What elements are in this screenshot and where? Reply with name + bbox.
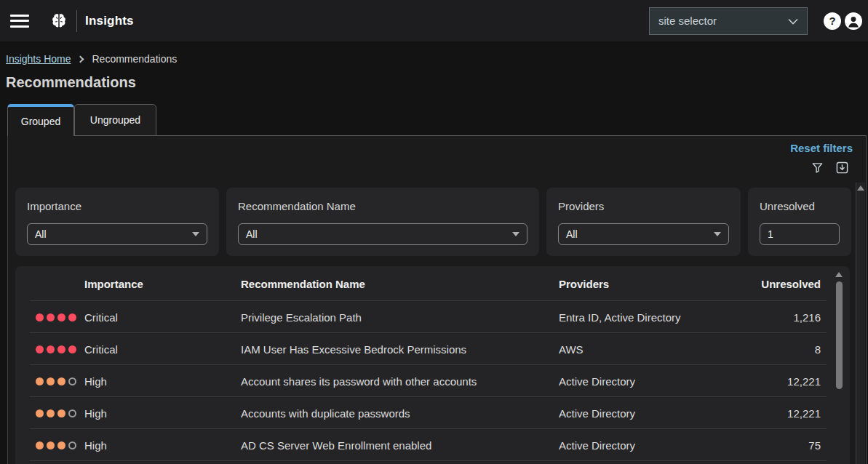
recommendation-name-select-value: All: [246, 228, 258, 240]
importance-dot: [36, 345, 44, 353]
cell-recommendation-name: IAM User Has Excessive Bedrock Permissio…: [241, 343, 559, 356]
providers-select-value: All: [566, 228, 578, 240]
tab-grouped[interactable]: Grouped: [7, 104, 74, 136]
col-header-importance: Importance: [84, 278, 241, 290]
table-row[interactable]: High Accounts with duplicate passwords A…: [15, 397, 850, 429]
recommendation-name-select[interactable]: All: [238, 223, 527, 245]
help-icon[interactable]: ?: [824, 12, 841, 30]
filters-row: Importance All Recommendation Name All P…: [15, 188, 851, 256]
cell-recommendation-name: Account shares its password with other a…: [241, 375, 559, 388]
filter-card-importance: Importance All: [15, 188, 219, 256]
scroll-up-arrow-icon[interactable]: [857, 185, 864, 191]
filter-label: Recommendation Name: [238, 200, 527, 212]
menu-icon[interactable]: [10, 15, 29, 28]
importance-dot: [68, 345, 76, 353]
tab-bar: Grouped Ungrouped: [7, 104, 156, 136]
cell-recommendation-name: Privilege Escalation Path: [241, 311, 559, 324]
cell-providers: Entra ID, Active Directory: [559, 311, 754, 324]
tab-ungrouped[interactable]: Ungrouped: [74, 104, 156, 136]
providers-select[interactable]: All: [558, 223, 729, 245]
importance-dot: [68, 313, 76, 321]
importance-dot: [57, 313, 65, 321]
table-row[interactable]: Critical IAM User Has Excessive Bedrock …: [15, 333, 850, 365]
importance-dot: [57, 377, 65, 385]
cell-recommendation-name: Accounts with duplicate passwords: [241, 407, 559, 420]
importance-dot: [57, 409, 65, 417]
importance-dot: [36, 441, 44, 449]
importance-dot: [68, 441, 76, 449]
importance-dot: [68, 377, 76, 385]
breadcrumb-current: Recommendations: [92, 53, 177, 65]
download-export-icon[interactable]: [836, 161, 848, 174]
importance-dot: [47, 313, 55, 321]
chevron-right-icon: [77, 55, 84, 63]
scroll-up-arrow-icon[interactable]: [835, 272, 843, 277]
page-title: Recommendations: [6, 74, 136, 91]
cell-providers: Active Directory: [559, 407, 754, 420]
cell-importance: High: [84, 375, 241, 388]
scrollbar-thumb[interactable]: [836, 281, 843, 389]
unresolved-input[interactable]: [760, 223, 840, 245]
importance-dots: [15, 345, 84, 353]
cell-providers: Active Directory: [559, 375, 754, 388]
insights-page: Insights site selector ? Insights Home R…: [0, 0, 868, 464]
table-scrollbar[interactable]: [835, 272, 843, 464]
recommendations-table: Importance Recommendation Name Providers…: [15, 266, 850, 464]
site-selector-dropdown[interactable]: site selector: [649, 7, 808, 35]
chevron-down-icon: [788, 15, 798, 28]
importance-dots: [15, 441, 84, 449]
importance-dot: [47, 409, 55, 417]
filter-card-providers: Providers All: [546, 188, 741, 256]
cell-importance: High: [84, 439, 241, 452]
importance-dot: [47, 377, 55, 385]
filter-label: Importance: [27, 200, 207, 212]
panel-toolbar-icons: [811, 161, 848, 174]
cell-providers: Active Directory: [559, 439, 754, 452]
table-body: Critical Privilege Escalation Path Entra…: [15, 301, 850, 461]
importance-dot: [36, 409, 44, 417]
filter-card-recommendation-name: Recommendation Name All: [226, 188, 539, 256]
breadcrumb-insights-home-link[interactable]: Insights Home: [6, 53, 71, 65]
importance-dot: [47, 441, 55, 449]
app-title: Insights: [85, 14, 134, 28]
filter-label: Unresolved: [760, 200, 840, 212]
importance-dot: [36, 313, 44, 321]
importance-select[interactable]: All: [27, 223, 207, 245]
panel-scrollbar[interactable]: [856, 183, 865, 464]
table-row[interactable]: High Account shares its password with ot…: [15, 365, 850, 397]
importance-dots: [15, 313, 84, 321]
importance-dot: [36, 377, 44, 385]
filter-card-unresolved: Unresolved: [748, 188, 851, 256]
divider: [76, 10, 77, 32]
brain-logo-icon: [49, 11, 69, 31]
importance-dots: [15, 377, 84, 385]
cell-recommendation-name: AD CS Server Web Enrollment enabled: [241, 439, 559, 452]
importance-dots: [15, 409, 84, 417]
breadcrumb: Insights Home Recommendations: [6, 53, 177, 65]
cell-importance: High: [84, 407, 241, 420]
filter-funnel-icon[interactable]: [811, 161, 824, 174]
select-caret-icon: [192, 232, 199, 236]
cell-importance: Critical: [84, 343, 241, 356]
top-bar: Insights site selector ?: [0, 0, 868, 41]
importance-dot: [57, 441, 65, 449]
importance-dot: [68, 409, 76, 417]
importance-dot: [57, 345, 65, 353]
table-header-row: Importance Recommendation Name Providers…: [15, 266, 850, 301]
profile-icon[interactable]: [845, 12, 862, 30]
select-caret-icon: [512, 232, 519, 236]
cell-importance: Critical: [84, 311, 241, 324]
table-row[interactable]: Critical Privilege Escalation Path Entra…: [15, 301, 850, 333]
filter-label: Providers: [558, 200, 729, 212]
table-row[interactable]: High AD CS Server Web Enrollment enabled…: [15, 429, 850, 461]
importance-select-value: All: [35, 228, 47, 240]
site-selector-value: site selector: [658, 15, 717, 27]
col-header-recommendation-name: Recommendation Name: [241, 278, 559, 290]
reset-filters-link[interactable]: Reset filters: [790, 142, 853, 154]
importance-dot: [47, 345, 55, 353]
select-caret-icon: [714, 232, 721, 236]
col-header-providers: Providers: [559, 278, 754, 290]
cell-providers: AWS: [559, 343, 754, 356]
grouped-tab-panel: Reset filters Importance All: [7, 135, 867, 464]
